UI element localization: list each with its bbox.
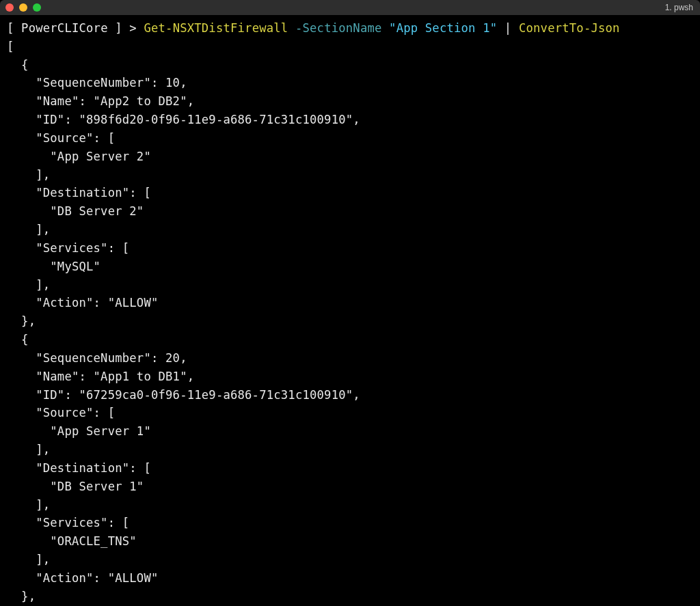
prompt-close-bracket: ] >: [108, 21, 144, 35]
pipe: |: [497, 21, 519, 35]
zoom-icon[interactable]: [33, 3, 41, 12]
titlebar[interactable]: 1. pwsh: [0, 0, 700, 15]
prompt-open-bracket: [: [7, 21, 21, 35]
param-sectionname: -SectionName: [288, 21, 389, 35]
terminal-window: 1. pwsh [ PowerCLICore ] > Get-NSXTDistF…: [0, 0, 700, 606]
param-value: "App Section 1": [389, 21, 497, 35]
close-icon[interactable]: [5, 3, 14, 12]
terminal-body[interactable]: [ PowerCLICore ] > Get-NSXTDistFirewall …: [0, 15, 700, 606]
json-output: [ { "SequenceNumber": 10, "Name": "App2 …: [7, 40, 360, 603]
traffic-lights: [5, 3, 41, 12]
window-title: 1. pwsh: [665, 3, 693, 12]
cmdlet-get-nsxtdistfirewall: Get-NSXTDistFirewall: [144, 21, 288, 35]
prompt-context: PowerCLICore: [21, 21, 108, 35]
cmdlet-convertto-json: ConvertTo-Json: [519, 21, 620, 35]
minimize-icon[interactable]: [19, 3, 27, 12]
